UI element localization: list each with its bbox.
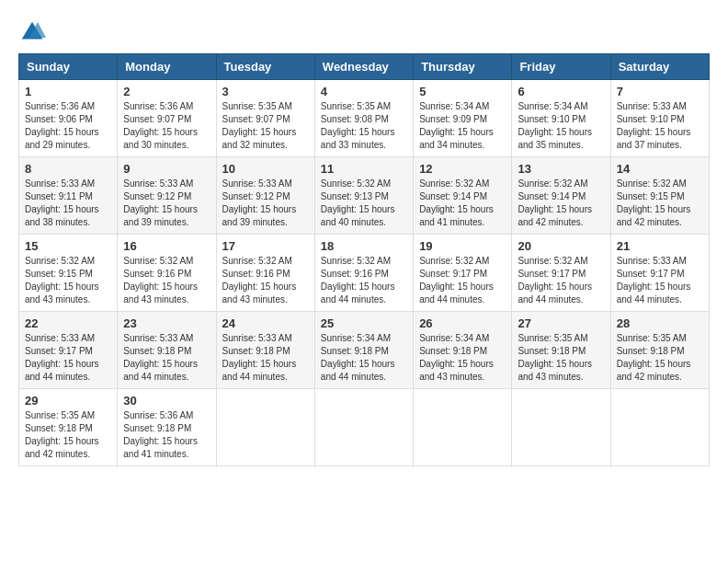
calendar-cell [314,389,413,466]
header-tuesday: Tuesday [216,54,314,80]
day-info: Sunrise: 5:32 AMSunset: 9:15 PMDaylight:… [617,178,703,229]
day-info: Sunrise: 5:32 AMSunset: 9:15 PMDaylight:… [25,255,111,306]
calendar-table: SundayMondayTuesdayWednesdayThursdayFrid… [18,53,710,466]
calendar-cell: 29Sunrise: 5:35 AMSunset: 9:18 PMDayligh… [19,389,118,466]
calendar-cell: 24Sunrise: 5:33 AMSunset: 9:18 PMDayligh… [216,312,314,389]
day-info: Sunrise: 5:35 AMSunset: 9:18 PMDaylight:… [518,332,604,384]
calendar-cell: 4Sunrise: 5:35 AMSunset: 9:08 PMDaylight… [314,80,413,157]
day-info: Sunrise: 5:32 AMSunset: 9:14 PMDaylight:… [518,178,604,229]
calendar-cell: 5Sunrise: 5:34 AMSunset: 9:09 PMDaylight… [414,80,512,157]
day-number: 27 [518,316,604,330]
calendar-cell: 22Sunrise: 5:33 AMSunset: 9:17 PMDayligh… [19,312,118,389]
day-number: 2 [123,85,210,98]
day-number: 26 [419,316,506,330]
calendar-cell [414,389,512,466]
day-info: Sunrise: 5:34 AMSunset: 9:18 PMDaylight:… [419,332,506,384]
day-number: 25 [321,316,407,330]
day-info: Sunrise: 5:33 AMSunset: 9:11 PMDaylight:… [25,178,111,229]
calendar-cell: 11Sunrise: 5:32 AMSunset: 9:13 PMDayligh… [314,157,413,235]
calendar-cell: 21Sunrise: 5:33 AMSunset: 9:17 PMDayligh… [610,235,709,312]
day-number: 10 [222,162,309,176]
day-info: Sunrise: 5:36 AMSunset: 9:07 PMDaylight:… [123,100,210,152]
day-number: 23 [123,316,210,330]
calendar-cell: 18Sunrise: 5:32 AMSunset: 9:16 PMDayligh… [314,235,413,312]
day-number: 14 [617,162,703,176]
calendar-cell: 13Sunrise: 5:32 AMSunset: 9:14 PMDayligh… [512,157,610,235]
day-info: Sunrise: 5:33 AMSunset: 9:12 PMDaylight:… [123,178,210,229]
day-info: Sunrise: 5:35 AMSunset: 9:07 PMDaylight:… [222,100,309,152]
day-number: 22 [25,316,111,330]
day-number: 18 [321,239,407,253]
day-info: Sunrise: 5:34 AMSunset: 9:09 PMDaylight:… [419,100,506,152]
day-info: Sunrise: 5:33 AMSunset: 9:18 PMDaylight:… [123,332,210,384]
calendar-cell: 27Sunrise: 5:35 AMSunset: 9:18 PMDayligh… [512,312,610,389]
day-info: Sunrise: 5:32 AMSunset: 9:17 PMDaylight:… [518,255,604,306]
calendar-cell: 15Sunrise: 5:32 AMSunset: 9:15 PMDayligh… [19,235,118,312]
calendar-cell: 3Sunrise: 5:35 AMSunset: 9:07 PMDaylight… [216,80,314,157]
day-info: Sunrise: 5:32 AMSunset: 9:17 PMDaylight:… [419,255,506,306]
calendar-cell: 9Sunrise: 5:33 AMSunset: 9:12 PMDaylight… [118,157,216,235]
day-number: 13 [518,162,604,176]
day-info: Sunrise: 5:33 AMSunset: 9:12 PMDaylight:… [222,178,309,229]
calendar-cell: 17Sunrise: 5:32 AMSunset: 9:16 PMDayligh… [216,235,314,312]
logo [18,18,50,46]
day-number: 21 [617,239,703,253]
day-number: 30 [123,394,210,408]
header-sunday: Sunday [19,54,118,80]
day-number: 20 [518,239,604,253]
day-number: 29 [25,394,111,408]
day-number: 3 [222,85,309,98]
day-number: 12 [419,162,506,176]
calendar-cell: 19Sunrise: 5:32 AMSunset: 9:17 PMDayligh… [414,235,512,312]
day-info: Sunrise: 5:35 AMSunset: 9:18 PMDaylight:… [25,409,111,461]
week-row-4: 22Sunrise: 5:33 AMSunset: 9:17 PMDayligh… [19,312,710,389]
calendar-cell: 14Sunrise: 5:32 AMSunset: 9:15 PMDayligh… [610,157,709,235]
day-info: Sunrise: 5:32 AMSunset: 9:16 PMDaylight:… [321,255,407,306]
week-row-2: 8Sunrise: 5:33 AMSunset: 9:11 PMDaylight… [19,157,710,235]
calendar-cell: 25Sunrise: 5:34 AMSunset: 9:18 PMDayligh… [314,312,413,389]
calendar-cell: 8Sunrise: 5:33 AMSunset: 9:11 PMDaylight… [19,157,118,235]
calendar-cell [610,389,709,466]
day-info: Sunrise: 5:36 AMSunset: 9:18 PMDaylight:… [123,409,210,461]
day-info: Sunrise: 5:35 AMSunset: 9:08 PMDaylight:… [321,100,407,152]
day-number: 19 [419,239,506,253]
day-number: 6 [518,85,604,98]
day-info: Sunrise: 5:33 AMSunset: 9:18 PMDaylight:… [222,332,309,384]
header-thursday: Thursday [414,54,512,80]
day-info: Sunrise: 5:34 AMSunset: 9:18 PMDaylight:… [321,332,407,384]
header-saturday: Saturday [610,54,709,80]
header-monday: Monday [118,54,216,80]
calendar-cell: 12Sunrise: 5:32 AMSunset: 9:14 PMDayligh… [414,157,512,235]
calendar-cell: 1Sunrise: 5:36 AMSunset: 9:06 PMDaylight… [19,80,118,157]
calendar-cell: 26Sunrise: 5:34 AMSunset: 9:18 PMDayligh… [414,312,512,389]
header-row: SundayMondayTuesdayWednesdayThursdayFrid… [19,54,710,80]
week-row-1: 1Sunrise: 5:36 AMSunset: 9:06 PMDaylight… [19,80,710,157]
day-info: Sunrise: 5:32 AMSunset: 9:13 PMDaylight:… [321,178,407,229]
day-number: 17 [222,239,309,253]
calendar-cell: 23Sunrise: 5:33 AMSunset: 9:18 PMDayligh… [118,312,216,389]
day-number: 1 [25,85,111,98]
day-info: Sunrise: 5:34 AMSunset: 9:10 PMDaylight:… [518,100,604,152]
day-number: 15 [25,239,111,253]
day-number: 24 [222,316,309,330]
day-info: Sunrise: 5:32 AMSunset: 9:16 PMDaylight:… [123,255,210,306]
day-info: Sunrise: 5:33 AMSunset: 9:17 PMDaylight:… [617,255,703,306]
calendar-cell: 10Sunrise: 5:33 AMSunset: 9:12 PMDayligh… [216,157,314,235]
day-info: Sunrise: 5:33 AMSunset: 9:10 PMDaylight:… [617,100,703,152]
day-number: 8 [25,162,111,176]
week-row-3: 15Sunrise: 5:32 AMSunset: 9:15 PMDayligh… [19,235,710,312]
day-info: Sunrise: 5:32 AMSunset: 9:14 PMDaylight:… [419,178,506,229]
calendar-cell: 2Sunrise: 5:36 AMSunset: 9:07 PMDaylight… [118,80,216,157]
week-row-5: 29Sunrise: 5:35 AMSunset: 9:18 PMDayligh… [19,389,710,466]
calendar-cell [216,389,314,466]
header-friday: Friday [512,54,610,80]
day-info: Sunrise: 5:35 AMSunset: 9:18 PMDaylight:… [617,332,703,384]
calendar-cell: 30Sunrise: 5:36 AMSunset: 9:18 PMDayligh… [118,389,216,466]
header [18,18,710,46]
day-number: 16 [123,239,210,253]
day-number: 9 [123,162,210,176]
day-number: 28 [617,316,703,330]
calendar-cell: 7Sunrise: 5:33 AMSunset: 9:10 PMDaylight… [610,80,709,157]
day-info: Sunrise: 5:33 AMSunset: 9:17 PMDaylight:… [25,332,111,384]
day-number: 11 [321,162,407,176]
